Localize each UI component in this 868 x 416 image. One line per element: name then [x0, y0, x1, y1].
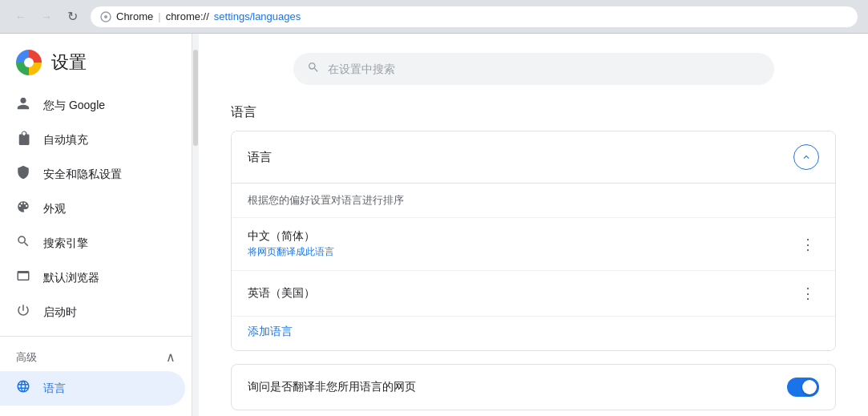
search-input[interactable] — [328, 63, 761, 75]
shield-icon — [16, 165, 30, 184]
more-menu-chinese[interactable]: ⋮ — [797, 233, 819, 256]
lang-name-english: 英语（美国） — [248, 286, 315, 301]
site-icon — [100, 11, 111, 22]
expand-button[interactable] — [793, 144, 819, 170]
lang-description: 根据您的偏好设置对语言进行排序 — [232, 184, 835, 218]
person-icon — [16, 96, 30, 115]
browser-icon — [16, 269, 30, 287]
palette-icon — [16, 200, 30, 218]
chevron-up-icon[interactable]: ∧ — [166, 349, 176, 365]
sidebar: 设置 您与 Google 自动填充 安全和隐私设置 外观 — [0, 34, 192, 416]
search-bar-wrapper — [231, 53, 836, 85]
translate-label: 询问是否翻译非您所用语言的网页 — [248, 380, 416, 394]
search-sidebar-icon — [16, 234, 30, 252]
sidebar-label-browser: 默认浏览器 — [43, 271, 99, 285]
more-menu-english[interactable]: ⋮ — [797, 282, 819, 305]
forward-button[interactable]: → — [35, 6, 58, 28]
search-icon — [307, 61, 320, 77]
sidebar-header: 设置 — [0, 40, 192, 88]
autofill-icon — [16, 131, 30, 149]
lang-info-english: 英语（美国） — [248, 286, 315, 301]
sidebar-label-language: 语言 — [43, 382, 66, 396]
lang-sub-chinese: 将网页翻译成此语言 — [248, 245, 334, 259]
sidebar-label-search: 搜索引擎 — [43, 236, 88, 251]
sidebar-label-startup: 启动时 — [43, 305, 77, 320]
card-header: 语言 — [232, 131, 835, 184]
section-title: 语言 — [231, 104, 836, 121]
sidebar-advanced-section: 高级 ∧ — [0, 343, 192, 371]
svg-point-1 — [104, 15, 107, 18]
sidebar-label-security: 安全和隐私设置 — [43, 168, 122, 182]
advanced-label: 高级 — [16, 350, 37, 365]
add-language-wrapper: 添加语言 — [232, 317, 835, 350]
sidebar-title: 设置 — [51, 50, 87, 75]
translate-toggle[interactable] — [787, 378, 819, 397]
sidebar-divider — [0, 336, 192, 337]
sidebar-item-language[interactable]: 语言 — [0, 371, 185, 406]
scroll-track — [192, 34, 199, 416]
main-content: 语言 语言 根据您的偏好设置对语言进行排序 中文（简体） 将网页翻译成此语言 ⋮ — [199, 34, 868, 416]
reload-button[interactable]: ↻ — [61, 6, 83, 28]
site-name: Chrome — [116, 10, 153, 22]
translate-row: 询问是否翻译非您所用语言的网页 — [231, 364, 836, 410]
sidebar-item-browser[interactable]: 默认浏览器 — [0, 261, 185, 295]
startup-icon — [16, 303, 30, 321]
lang-item-english: 英语（美国） ⋮ — [232, 271, 835, 317]
chrome-logo-icon — [16, 50, 42, 75]
url-path: settings/languages — [214, 10, 301, 22]
browser-chrome: ← → ↻ Chrome | chrome://settings/languag… — [0, 0, 868, 34]
sidebar-label-google: 您与 Google — [43, 99, 105, 113]
back-button[interactable]: ← — [10, 6, 32, 28]
lang-item-chinese: 中文（简体） 将网页翻译成此语言 ⋮ — [232, 218, 835, 271]
sidebar-item-appearance[interactable]: 外观 — [0, 192, 185, 226]
toggle-track-translate — [787, 378, 819, 397]
scroll-thumb[interactable] — [193, 50, 198, 146]
nav-buttons: ← → ↻ — [10, 6, 83, 28]
search-bar — [293, 53, 774, 85]
sidebar-item-search[interactable]: 搜索引擎 — [0, 226, 185, 261]
sidebar-item-startup[interactable]: 启动时 — [0, 295, 185, 329]
sidebar-item-security[interactable]: 安全和隐私设置 — [0, 157, 185, 192]
address-bar[interactable]: Chrome | chrome://settings/languages — [90, 6, 858, 28]
url-prefix: chrome:// — [166, 10, 209, 22]
globe-icon — [16, 379, 30, 398]
card-body: 根据您的偏好设置对语言进行排序 中文（简体） 将网页翻译成此语言 ⋮ 英语（美国… — [232, 184, 835, 350]
sidebar-item-google[interactable]: 您与 Google — [0, 88, 185, 123]
sidebar-label-appearance: 外观 — [43, 202, 66, 216]
url-separator: | — [158, 10, 160, 22]
lang-name-chinese: 中文（简体） — [248, 229, 334, 244]
lang-info-chinese: 中文（简体） 将网页翻译成此语言 — [248, 229, 334, 259]
app-layout: 设置 您与 Google 自动填充 安全和隐私设置 外观 — [0, 34, 868, 416]
sidebar-label-autofill: 自动填充 — [43, 133, 88, 147]
language-card: 语言 根据您的偏好设置对语言进行排序 中文（简体） 将网页翻译成此语言 ⋮ 英语… — [231, 131, 836, 351]
card-title: 语言 — [248, 150, 272, 165]
sidebar-item-autofill[interactable]: 自动填充 — [0, 123, 185, 157]
toggle-thumb-translate — [802, 380, 817, 394]
add-language-button[interactable]: 添加语言 — [232, 317, 309, 350]
